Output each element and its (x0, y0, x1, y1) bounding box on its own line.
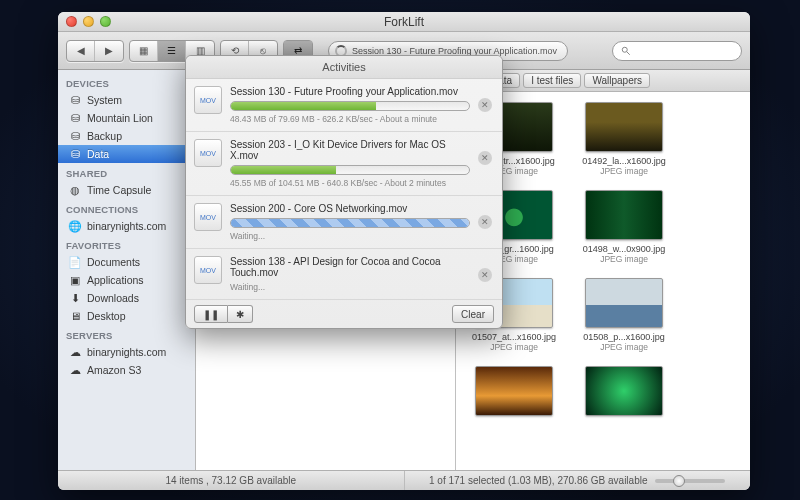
sidebar-item[interactable]: ⛁System (58, 91, 195, 109)
thumbnail-image (585, 190, 663, 240)
thumbnail-type: JPEG image (490, 342, 538, 352)
app-icon: ▣ (68, 273, 82, 287)
sidebar-item-label: Mountain Lion (87, 112, 153, 124)
thumbnail-item[interactable] (578, 366, 670, 420)
sidebar-item-label: Applications (87, 274, 144, 286)
sidebar-item[interactable]: 🌐binarynights.com (58, 217, 195, 235)
thumbnail-item[interactable]: 01492_la...x1600.jpgJPEG image (578, 102, 670, 176)
thumbnail-type: JPEG image (600, 166, 648, 176)
back-button[interactable]: ◀ (67, 41, 95, 61)
pause-button[interactable]: ❚❚ (194, 305, 228, 323)
cancel-button[interactable]: ✕ (478, 215, 492, 229)
icon-view-button[interactable]: ▦ (130, 41, 158, 61)
zoom-slider[interactable] (655, 479, 725, 483)
activities-popover: Activities MOV Session 130 - Future Proo… (185, 55, 503, 329)
cancel-button[interactable]: ✕ (478, 151, 492, 165)
thumbnail-name: 01507_at...x1600.jpg (472, 332, 556, 342)
svg-point-0 (622, 47, 627, 52)
activities-footer: ❚❚ ✱ Clear (186, 300, 502, 328)
activity-status: Waiting... (230, 282, 470, 292)
cancel-button[interactable]: ✕ (478, 268, 492, 282)
thumbnail-type: JPEG image (600, 254, 648, 264)
sidebar-header: SERVERS (58, 325, 195, 343)
nav-buttons: ◀ ▶ (66, 40, 124, 62)
cancel-button[interactable]: ✕ (478, 98, 492, 112)
dl-icon: ⬇ (68, 291, 82, 305)
sidebar-item[interactable]: 🖥Desktop (58, 307, 195, 325)
mov-file-icon: MOV (194, 86, 222, 114)
sidebar-item-label: binarynights.com (87, 346, 166, 358)
sidebar-item-label: System (87, 94, 122, 106)
activity-item: MOV Session 138 - API Design for Cocoa a… (186, 249, 502, 300)
activity-pill-text: Session 130 - Future Proofing your Appli… (352, 46, 557, 56)
sidebar-item-label: Time Capsule (87, 184, 151, 196)
sidebar-item-label: Downloads (87, 292, 139, 304)
statusbar: 14 items , 73.12 GB available 1 of 171 s… (58, 470, 750, 490)
activity-item: MOV Session 203 - I_O Kit Device Drivers… (186, 132, 502, 196)
server-icon: ☁ (68, 363, 82, 377)
server-icon: ☁ (68, 345, 82, 359)
forward-button[interactable]: ▶ (95, 41, 123, 61)
thumbnail-item[interactable]: 01498_w...0x900.jpgJPEG image (578, 190, 670, 264)
activity-name: Session 203 - I_O Kit Device Drivers for… (230, 139, 470, 161)
hdd-icon: ⛁ (68, 93, 82, 107)
sidebar: DEVICES⛁System⛁Mountain Lion⛁Backup⛁Data… (58, 70, 196, 470)
sidebar-item[interactable]: 📄Documents (58, 253, 195, 271)
left-status: 14 items , 73.12 GB available (58, 471, 405, 490)
globe-icon: 🌐 (68, 219, 82, 233)
list-view-button[interactable]: ☰ (158, 41, 186, 61)
progress-bar (230, 218, 470, 228)
sidebar-item-label: Desktop (87, 310, 126, 322)
sidebar-item-label: Backup (87, 130, 122, 142)
hdd-icon: ⛁ (68, 147, 82, 161)
activity-name: Session 200 - Core OS Networking.mov (230, 203, 470, 214)
sidebar-item[interactable]: ☁binarynights.com (58, 343, 195, 361)
sidebar-header: DEVICES (58, 73, 195, 91)
activities-title: Activities (186, 56, 502, 79)
activity-status: 45.55 MB of 104.51 MB - 640.8 KB/sec - A… (230, 178, 470, 188)
titlebar[interactable]: ForkLift (58, 12, 750, 32)
activity-name: Session 138 - API Design for Cocoa and C… (230, 256, 470, 278)
path-crumb[interactable]: I test files (523, 73, 581, 88)
sidebar-item[interactable]: ⛁Mountain Lion (58, 109, 195, 127)
right-status: 1 of 171 selected (1.03 MB), 270.86 GB a… (405, 471, 751, 490)
capsule-icon: ◍ (68, 183, 82, 197)
activity-item: MOV Session 200 - Core OS Networking.mov… (186, 196, 502, 249)
activity-status: Waiting... (230, 231, 470, 241)
sidebar-item-label: Amazon S3 (87, 364, 141, 376)
thumbnail-type: JPEG image (600, 342, 648, 352)
sidebar-item[interactable]: ☁Amazon S3 (58, 361, 195, 379)
sidebar-item[interactable]: ⬇Downloads (58, 289, 195, 307)
progress-bar (230, 165, 470, 175)
progress-bar (230, 101, 470, 111)
activity-status: 48.43 MB of 79.69 MB - 626.2 KB/sec - Ab… (230, 114, 470, 124)
desk-icon: 🖥 (68, 309, 82, 323)
clear-button[interactable]: Clear (452, 305, 494, 323)
sidebar-item-label: Data (87, 148, 109, 160)
thumbnail-name: 01508_p...x1600.jpg (583, 332, 665, 342)
thumbnail-item[interactable]: 01508_p...x1600.jpgJPEG image (578, 278, 670, 352)
mov-file-icon: MOV (194, 203, 222, 231)
doc-icon: 📄 (68, 255, 82, 269)
sidebar-header: FAVORITES (58, 235, 195, 253)
settings-button[interactable]: ✱ (228, 305, 253, 323)
sidebar-item-label: Documents (87, 256, 140, 268)
hdd-icon: ⛁ (68, 129, 82, 143)
mov-file-icon: MOV (194, 139, 222, 167)
mov-file-icon: MOV (194, 256, 222, 284)
thumbnail-item[interactable] (468, 366, 560, 420)
sidebar-item-label: binarynights.com (87, 220, 166, 232)
sidebar-header: SHARED (58, 163, 195, 181)
activity-item: MOV Session 130 - Future Proofing your A… (186, 79, 502, 132)
sidebar-item[interactable]: ▣Applications (58, 271, 195, 289)
sidebar-item[interactable]: ◍Time Capsule (58, 181, 195, 199)
thumbnail-image (585, 102, 663, 152)
thumbnail-image (585, 278, 663, 328)
sidebar-item[interactable]: ⛁Backup (58, 127, 195, 145)
sidebar-item[interactable]: ⛁Data (58, 145, 195, 163)
search-input[interactable] (612, 41, 742, 61)
thumbnail-name: 01492_la...x1600.jpg (582, 156, 666, 166)
path-crumb[interactable]: Wallpapers (584, 73, 650, 88)
activity-name: Session 130 - Future Proofing your Appli… (230, 86, 470, 97)
hdd-icon: ⛁ (68, 111, 82, 125)
